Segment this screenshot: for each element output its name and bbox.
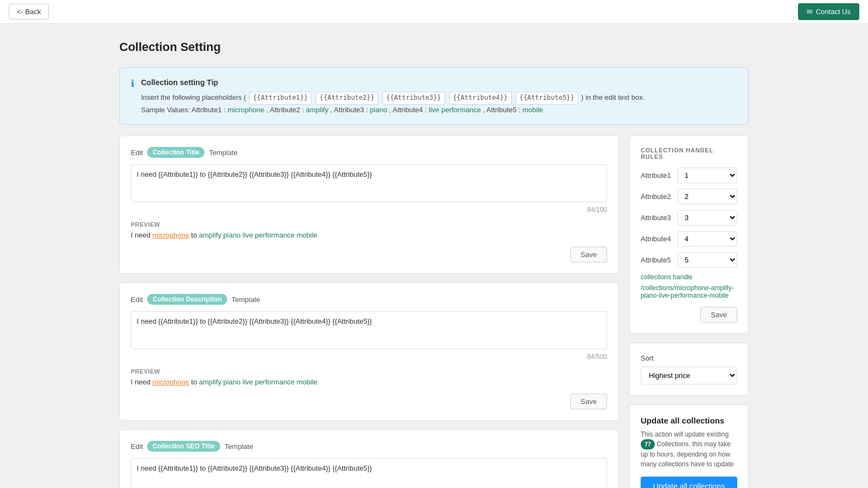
collection-seo-title-textarea[interactable]: I need {{Attribute1}} to {{Attribute2}} … [131,458,607,488]
left-col: Edit Collection Title Template I need {{… [119,136,618,488]
edit-label-seo: Edit [131,442,143,451]
attr-select-4[interactable]: 12345 [678,231,737,247]
save-button-rules[interactable]: Save [700,307,737,323]
attr-row-4: Attribute4 12345 [641,231,737,247]
template-label-seo: Template [225,442,253,451]
info-icon: ℹ [131,78,135,89]
update-all-title: Update all collections [641,416,737,425]
back-button[interactable]: <- Back [9,4,49,20]
save-button-desc[interactable]: Save [570,394,607,409]
handle-rules-card: COLLECTION HANDEL RULES Attribute1 12345… [629,136,749,334]
section-header-title: Edit Collection Title Template [131,147,607,158]
collection-title-card: Edit Collection Title Template I need {{… [119,136,618,274]
save-btn-wrap-rules: Save [641,307,737,323]
collection-count-badge: 77 [641,439,655,450]
attr-label-3: Attribute3 [641,214,671,222]
tip-content: Collection setting Tip Insert the follow… [141,76,644,115]
preview-text-desc: I need microphone to amplify piano live … [131,378,607,386]
mail-icon: ✉ [807,8,813,16]
tip-box: ℹ Collection setting Tip Insert the foll… [119,67,749,125]
attr-label-5: Attribute5 [641,256,671,264]
preview-label-title: PREVIEW [131,221,607,228]
save-button-title[interactable]: Save [570,247,607,262]
update-all-desc: This action will update existing 77 Coll… [641,429,737,469]
attr-select-1[interactable]: 12345 [678,168,737,183]
collection-title-textarea[interactable]: I need {{Attribute1}} to {{Attribute2}} … [131,164,607,202]
update-all-card: Update all collections This action will … [629,404,749,488]
attr-select-5[interactable]: 12345 [678,252,737,268]
template-label-desc: Template [232,296,260,304]
collection-description-card: Edit Collection Description Template I n… [119,282,618,421]
attr-select-2[interactable]: 12345 [678,189,737,204]
save-btn-wrap-desc: Save [131,394,607,409]
collection-seo-title-card: Edit Collection SEO Title Template I nee… [119,429,618,488]
sort-card: Sort Highest price Lowest price Best sel… [629,343,749,396]
attr-select-3[interactable]: 12345 [678,210,737,226]
section-header-seo: Edit Collection SEO Title Template [131,441,607,452]
edit-label-title: Edit [131,149,143,157]
badge-collection-title: Collection Title [147,147,205,158]
handle-path: /collections/microphone-amplify-piano-li… [641,284,737,299]
collection-title-char-count: 84/100 [131,206,607,214]
collections-handle-link[interactable]: collections handle [641,273,737,281]
page-title: Collection Setting [119,40,749,54]
collection-description-textarea[interactable]: I need {{Attribute1}} to {{Attribute2}} … [131,311,607,349]
section-header-desc: Edit Collection Description Template [131,294,607,305]
sort-label: Sort [641,354,737,362]
tip-line1: Insert the following placeholders ( {{At… [141,92,644,104]
sort-select[interactable]: Highest price Lowest price Best selling … [641,367,737,384]
page-content: Collection Setting ℹ Collection setting … [108,24,760,488]
attr-label-1: Attribute1 [641,171,671,179]
contact-button[interactable]: ✉ Contact Us [798,3,859,20]
badge-collection-seo: Collection SEO Title [147,441,220,452]
badge-collection-desc: Collection Description [147,294,227,305]
main-layout: Edit Collection Title Template I need {{… [119,136,749,488]
top-bar: <- Back ✉ Contact Us [0,0,868,24]
handle-rules-title: COLLECTION HANDEL RULES [641,147,737,160]
save-btn-wrap-title: Save [131,247,607,262]
right-col: COLLECTION HANDEL RULES Attribute1 12345… [629,136,749,488]
attr-row-3: Attribute3 12345 [641,210,737,226]
contact-label: Contact Us [816,8,851,16]
update-all-button[interactable]: Update all collections [641,477,737,488]
attr-row-5: Attribute5 12345 [641,252,737,268]
template-label-title: Template [209,149,238,157]
edit-label-desc: Edit [131,296,143,304]
attr-label-2: Attribute2 [641,192,671,201]
collection-desc-char-count: 84/500 [131,353,607,361]
attr-row-2: Attribute2 12345 [641,189,737,204]
preview-text-title: I need microphone to amplify piano live … [131,231,607,239]
tip-samples: Sample Values: Attribute1 : microphone ,… [141,105,644,116]
tip-title: Collection setting Tip [141,76,644,88]
attr-label-4: Attribute4 [641,235,671,243]
preview-label-desc: PREVIEW [131,368,607,375]
attr-row-1: Attribute1 12345 [641,168,737,183]
